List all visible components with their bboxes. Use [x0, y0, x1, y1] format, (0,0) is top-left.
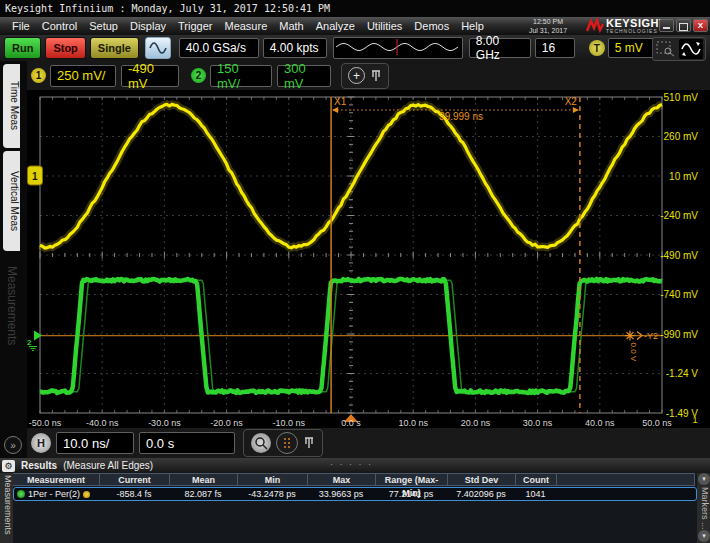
- zoom-region-icon[interactable]: [655, 40, 677, 58]
- menu-item-trigger[interactable]: Trigger: [172, 17, 218, 35]
- corner-label: 1: [692, 415, 697, 425]
- horizontal-position-field[interactable]: 0.0 s: [139, 432, 235, 454]
- markers-strip-chevron-top[interactable]: ▾: [698, 473, 710, 485]
- menu-item-analyze[interactable]: Analyze: [310, 17, 361, 35]
- measurement-status-icon: [17, 490, 25, 498]
- title-bar: Keysight Infiniium : Monday, July 31, 20…: [0, 0, 710, 17]
- magnifier-icon: [254, 436, 268, 450]
- channel-controls-row: 1 250 mV/ -490 mV 2 150 mV/ 300 mV +: [0, 61, 710, 90]
- measurement-marker-dot: [83, 491, 90, 498]
- menu-item-control[interactable]: Control: [36, 17, 83, 35]
- results-drag-handle[interactable]: · · · · ·: [330, 459, 373, 469]
- marker-y2-label: -Y2: [644, 331, 658, 341]
- column-header-count: Count: [516, 473, 557, 486]
- results-gear-button[interactable]: ⚙: [2, 460, 15, 472]
- channel-2-ground-label: 2: [27, 338, 32, 347]
- measurement-min-cell: -43.2478 ps: [237, 488, 307, 500]
- clock: 12:50 PM Jul 31, 2017: [513, 17, 583, 35]
- horizontal-badge[interactable]: H: [31, 433, 51, 453]
- y-axis-tick-label: -1.24 V: [666, 368, 699, 379]
- y-axis-tick-label: -490 mV: [660, 250, 698, 261]
- y-axis-tick-label: 260 mV: [664, 131, 699, 142]
- restore-button[interactable]: [676, 19, 691, 32]
- tab-time-meas[interactable]: Time Meas: [3, 64, 20, 148]
- x-axis-tick-label: -10.0 ns: [273, 418, 306, 428]
- stop-button[interactable]: Stop: [45, 37, 85, 59]
- marker-x2-label[interactable]: X2: [565, 96, 578, 107]
- x-axis-tick-label: -40.0 ns: [86, 418, 119, 428]
- measurement-row[interactable]: 1Per - Per(2)-858.4 fs82.087 fs-43.2478 …: [13, 487, 697, 501]
- menu-item-display[interactable]: Display: [124, 17, 172, 35]
- results-measurements-strip[interactable]: Measurements: [0, 473, 13, 543]
- channel-1-offset-field[interactable]: -490 mV: [121, 65, 179, 87]
- results-title: Results: [21, 460, 57, 471]
- y-axis-tick-label: 510 mV: [664, 92, 699, 103]
- trigger-source-badge[interactable]: T: [589, 40, 605, 56]
- scope-display: X1X239.999 ns-Y20.0 V-50.0 ns-40.0 ns-30…: [27, 90, 710, 428]
- column-header-std-dev: Std Dev: [448, 473, 516, 486]
- waveform-mode-button[interactable]: [145, 37, 171, 59]
- menu-item-demos[interactable]: Demos: [408, 17, 455, 35]
- clock-time: 12:50 PM: [513, 17, 583, 26]
- menu-item-help[interactable]: Help: [455, 17, 490, 35]
- x-axis-tick-label: 20.0 ns: [461, 418, 491, 428]
- x-axis-tick-label: -50.0 ns: [29, 418, 62, 428]
- markers-strip-chevron-bottom[interactable]: ▾: [698, 530, 710, 542]
- run-button[interactable]: Run: [4, 37, 41, 59]
- averages-field[interactable]: 16: [535, 38, 575, 58]
- close-button[interactable]: X: [693, 19, 708, 32]
- add-channel-button[interactable]: +: [348, 67, 365, 84]
- sample-rate-field[interactable]: 40.0 GSa/s: [179, 38, 259, 58]
- channel-1-scale-field[interactable]: 250 mV/: [50, 65, 116, 87]
- marker-x1-label[interactable]: X1: [334, 96, 347, 107]
- x-axis-tick-label: 40.0 ns: [585, 418, 615, 428]
- x-axis-tick-label: -20.0 ns: [210, 418, 243, 428]
- menu-item-setup[interactable]: Setup: [83, 17, 124, 35]
- channel-2-offset-field[interactable]: 300 mV: [277, 65, 331, 87]
- left-sidebar: Time Meas Vertical Meas Measurements »: [0, 61, 27, 458]
- brand-sub: TECHNOLOGIES: [606, 28, 666, 34]
- horizontal-zoom-group: [243, 429, 323, 457]
- keysight-logo: KEYSIGHT TECHNOLOGIES: [586, 17, 666, 35]
- minimize-button[interactable]: [659, 19, 674, 32]
- timebase-field[interactable]: 10.0 ns/: [56, 432, 134, 454]
- y-axis-tick-label: 10 mV: [669, 171, 698, 182]
- channel-2-scale-field[interactable]: 150 mV/: [210, 65, 272, 87]
- horizontal-zoom-button[interactable]: [251, 433, 271, 453]
- column-header-range-max-min-: Range (Max-Min): [376, 473, 448, 486]
- x-axis-tick-label: 30.0 ns: [523, 418, 553, 428]
- menu-item-file[interactable]: File: [6, 17, 36, 35]
- channel-2-badge[interactable]: 2: [191, 68, 206, 83]
- restore-icon: [679, 23, 688, 31]
- memory-depth-field[interactable]: 4.00 kpts: [263, 38, 327, 58]
- bandwidth-field[interactable]: 8.00 GHz: [469, 38, 531, 58]
- y-axis-tick-label: -990 mV: [660, 329, 698, 340]
- menu-bar: FileControlSetupDisplayTriggerMeasureMat…: [0, 17, 710, 35]
- measurement-count-cell: 1041: [515, 488, 556, 500]
- pin-icon[interactable]: [370, 69, 382, 83]
- menu-item-measure[interactable]: Measure: [218, 17, 273, 35]
- menu-item-utilities[interactable]: Utilities: [361, 17, 408, 35]
- acquisition-points-button[interactable]: [276, 432, 298, 454]
- menu-item-math[interactable]: Math: [273, 17, 309, 35]
- acquisition-toolbar: Run Stop Single 40.0 GSa/s 4.00 kpts 8.0…: [0, 35, 710, 62]
- waveform-preview-icon: [334, 38, 460, 56]
- x-axis-tick-label: -30.0 ns: [148, 418, 181, 428]
- measurement-max-cell: 33.9663 ps: [307, 488, 375, 500]
- results-subtitle: (Measure All Edges): [63, 460, 153, 471]
- waveform-preview[interactable]: [333, 37, 463, 59]
- pin-icon[interactable]: [303, 436, 315, 450]
- column-header-mean: Mean: [170, 473, 238, 486]
- x-axis-tick-label: 50.0 ns: [642, 418, 672, 428]
- channel-1-ground-label: 1: [32, 171, 38, 182]
- x-axis-tick-label: 10.0 ns: [398, 418, 428, 428]
- y-axis-tick-label: -240 mV: [660, 210, 698, 221]
- auto-waveform-icon[interactable]: [679, 39, 703, 59]
- measurements-ghost-label: Measurements: [5, 266, 19, 345]
- single-button[interactable]: Single: [90, 37, 139, 59]
- sidebar-expand-button[interactable]: »: [4, 436, 22, 454]
- channel-1-badge[interactable]: 1: [31, 68, 46, 83]
- tab-vertical-meas[interactable]: Vertical Meas: [3, 151, 20, 251]
- dots-icon: [281, 436, 293, 450]
- measurement-range-cell: 77.2141 ps: [375, 488, 447, 500]
